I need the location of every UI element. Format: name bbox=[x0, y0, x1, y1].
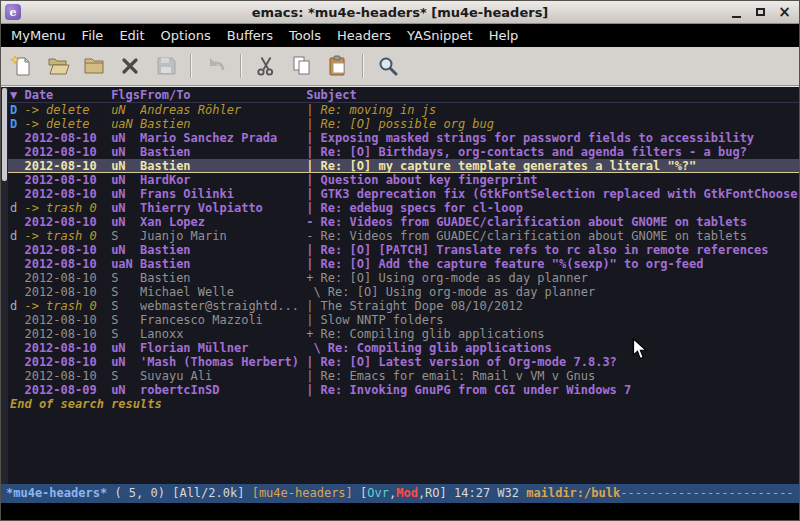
modeline-segment-red: Mod bbox=[396, 484, 418, 503]
message-row[interactable]: 2012-08-10SMichael Welle \ Re: [O] Using… bbox=[1, 285, 799, 299]
modeline-segment-plain: 14:27 W32 bbox=[454, 484, 526, 503]
mark-cell bbox=[10, 285, 24, 299]
toolbar-separator bbox=[362, 54, 364, 78]
menu-buffers[interactable]: Buffers bbox=[219, 24, 281, 47]
echo-area[interactable] bbox=[1, 503, 799, 520]
menu-options[interactable]: Options bbox=[153, 24, 219, 47]
date-cell: 2012-08-09 bbox=[24, 383, 111, 397]
mark-cell bbox=[10, 243, 24, 257]
flags-cell: S bbox=[111, 285, 140, 299]
save-buffer-button bbox=[151, 51, 181, 81]
message-row[interactable]: 2012-08-10uNBastien| Re: [O] my capture … bbox=[1, 159, 799, 173]
message-row[interactable]: 2012-08-10SBastien+ Re: [O] Using org-mo… bbox=[1, 271, 799, 285]
message-row[interactable]: D-> deleteuNAndreas Röhler| Re: moving i… bbox=[1, 103, 799, 117]
modeline-segment-folder: maildir:/bulk bbox=[526, 484, 620, 503]
subject-cell: | Re: [O] [PATCH] Translate refs to rc a… bbox=[306, 243, 799, 257]
flags-cell: uN bbox=[111, 215, 140, 229]
column-header-from[interactable]: From/To bbox=[140, 87, 306, 102]
from-cell: HardKor bbox=[140, 173, 306, 187]
mark-cell: D bbox=[10, 103, 24, 117]
subject-cell: | GTK3 deprecation fix (GtkFontSelection… bbox=[306, 187, 799, 201]
message-row[interactable]: 2012-08-10uNMario Sanchez Prada| Exposin… bbox=[1, 131, 799, 145]
message-row[interactable]: d-> trash 0SJuanjo Marin- Re: Videos fro… bbox=[1, 229, 799, 243]
from-cell: Florian Müllner bbox=[140, 341, 306, 355]
message-row[interactable]: 2012-08-10uNHardKor| Question about key … bbox=[1, 173, 799, 187]
dired-button[interactable] bbox=[79, 51, 109, 81]
search-button[interactable] bbox=[373, 51, 403, 81]
message-row[interactable]: 2012-08-10SSuvayu Ali| Re: Emacs for ema… bbox=[1, 369, 799, 383]
date-cell: 2012-08-10 bbox=[24, 369, 111, 383]
scrollbar[interactable] bbox=[1, 87, 8, 484]
window-title: emacs: *mu4e-headers* [mu4e-headers] bbox=[1, 5, 799, 20]
message-row[interactable]: d-> trash 0Swebmaster@straightd...| The … bbox=[1, 299, 799, 313]
message-row[interactable]: 2012-08-10SLanoxx+ Re: Compiling glib ap… bbox=[1, 327, 799, 341]
flags-cell: uN bbox=[111, 159, 140, 172]
menu-help[interactable]: Help bbox=[481, 24, 527, 47]
column-header-flags[interactable]: Flgs bbox=[111, 87, 140, 102]
mark-cell bbox=[10, 257, 24, 271]
date-cell: -> delete bbox=[24, 103, 111, 117]
menu-headers[interactable]: Headers bbox=[329, 24, 399, 47]
new-file-icon bbox=[10, 54, 34, 78]
date-cell: -> delete bbox=[24, 117, 111, 131]
menu-bar: MyMenuFileEditOptionsBuffersToolsHeaders… bbox=[1, 24, 799, 47]
message-row[interactable]: 2012-08-09uNrobertcInSD| Re: Invoking Gn… bbox=[1, 383, 799, 397]
kill-buffer-button[interactable] bbox=[115, 51, 145, 81]
menu-tools[interactable]: Tools bbox=[281, 24, 329, 47]
end-of-results: End of search results bbox=[1, 397, 799, 411]
mark-cell: d bbox=[10, 229, 24, 243]
scrollbar-thumb[interactable] bbox=[2, 88, 7, 181]
column-header-date[interactable]: Date bbox=[24, 87, 111, 102]
editor-area: ▼ Date Flgs From/To Subject D-> deleteuN… bbox=[1, 86, 799, 484]
message-row[interactable]: 2012-08-10uN'Mash (Thomas Herbert)| Re: … bbox=[1, 355, 799, 369]
open-file-button[interactable] bbox=[43, 51, 73, 81]
message-row[interactable]: d-> trash 0uNThierry Volpiatto| Re: edeb… bbox=[1, 201, 799, 215]
menu-mymenu[interactable]: MyMenu bbox=[3, 24, 74, 47]
modeline-segment-buffer: *mu4e-headers* bbox=[6, 484, 107, 503]
new-file-button[interactable] bbox=[7, 51, 37, 81]
date-cell: -> trash 0 bbox=[24, 299, 111, 313]
flags-cell: S bbox=[111, 369, 140, 383]
header-line: ▼ Date Flgs From/To Subject bbox=[1, 87, 799, 103]
subject-cell: | Re: [O] my capture template generates … bbox=[306, 159, 799, 172]
emacs-window: e emacs: *mu4e-headers* [mu4e-headers] ×… bbox=[0, 0, 800, 521]
from-cell: Bastien bbox=[140, 271, 306, 285]
subject-cell: | Re: [O] possible org bug bbox=[306, 117, 799, 131]
menu-edit[interactable]: Edit bbox=[111, 24, 152, 47]
message-row[interactable]: 2012-08-10uNFrans Oilinki| GTK3 deprecat… bbox=[1, 187, 799, 201]
paste-button[interactable] bbox=[323, 51, 353, 81]
menu-yasnippet[interactable]: YASnippet bbox=[399, 24, 481, 47]
subject-cell: | Re: [O] Add the capture feature "%(sex… bbox=[306, 257, 799, 271]
mark-cell bbox=[10, 355, 24, 369]
subject-cell: - Re: Videos from GUADEC/clarification a… bbox=[306, 215, 799, 229]
copy-button[interactable] bbox=[287, 51, 317, 81]
mark-cell bbox=[10, 187, 24, 201]
minimize-button[interactable] bbox=[726, 4, 747, 21]
mark-cell bbox=[10, 341, 24, 355]
message-row[interactable]: 2012-08-10uNFlorian Müllner \ Re: Compil… bbox=[1, 341, 799, 355]
message-row[interactable]: D-> deleteuaNBastien| Re: [O] possible o… bbox=[1, 117, 799, 131]
sort-direction-icon[interactable]: ▼ bbox=[10, 87, 24, 102]
cut-button[interactable] bbox=[251, 51, 281, 81]
flags-cell: uaN bbox=[111, 117, 140, 131]
flags-cell: S bbox=[111, 299, 140, 313]
subject-cell: | Re: edebug specs for cl-loop bbox=[306, 201, 799, 215]
message-row[interactable]: 2012-08-10uNXan Lopez- Re: Videos from G… bbox=[1, 215, 799, 229]
modeline-segment-plain: [ bbox=[353, 484, 367, 503]
flags-cell: uN bbox=[111, 145, 140, 159]
column-header-subject[interactable]: Subject bbox=[306, 87, 799, 102]
close-button[interactable]: × bbox=[774, 4, 795, 21]
menu-file[interactable]: File bbox=[74, 24, 112, 47]
subject-cell: | Re: [O] Latest version of Org-mode 7.8… bbox=[306, 355, 799, 369]
message-row[interactable]: 2012-08-10uNBastien| Re: [O] [PATCH] Tra… bbox=[1, 243, 799, 257]
message-row[interactable]: 2012-08-10uaNBastien| Re: [O] Add the ca… bbox=[1, 257, 799, 271]
mark-cell: d bbox=[10, 201, 24, 215]
subject-cell: | Exposing masked strings for password f… bbox=[306, 131, 799, 145]
maximize-button[interactable] bbox=[750, 4, 771, 21]
from-cell: Suvayu Ali bbox=[140, 369, 306, 383]
copy-icon bbox=[290, 54, 314, 78]
subject-cell: | Re: Emacs for email: Rmail v VM v Gnus bbox=[306, 369, 799, 383]
message-row[interactable]: 2012-08-10SFrancesco Mazzoli| Slow NNTP … bbox=[1, 313, 799, 327]
message-row[interactable]: 2012-08-10uNBastien| Re: [O] Birthdays, … bbox=[1, 145, 799, 159]
from-cell: 'Mash (Thomas Herbert) bbox=[140, 355, 306, 369]
